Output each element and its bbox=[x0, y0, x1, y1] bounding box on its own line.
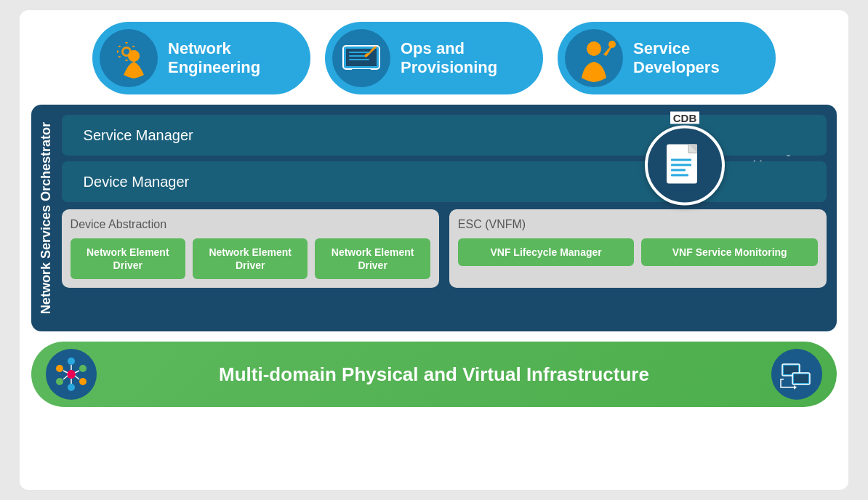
infrastructure-banner: Multi-domain Physical and Virtual Infras… bbox=[31, 342, 837, 407]
service-manager-label: Service Manager bbox=[84, 127, 193, 144]
svg-line-27 bbox=[75, 371, 79, 373]
svg-point-22 bbox=[79, 378, 87, 385]
main-diagram: NetworkEngineering bbox=[20, 10, 848, 490]
ops-provisioning-icon-circle bbox=[332, 29, 390, 87]
svg-rect-6 bbox=[349, 55, 366, 57]
svg-point-19 bbox=[67, 370, 76, 379]
svg-rect-8 bbox=[352, 69, 371, 72]
svg-rect-5 bbox=[349, 52, 371, 53]
dev-icon bbox=[568, 33, 619, 84]
ops-provisioning-pill: Ops andProvisioning bbox=[325, 22, 543, 94]
vnf-lifecycle-box: VNF Lifecycle Manager bbox=[458, 238, 635, 266]
esc-vnfm-items: VNF Lifecycle Manager VNF Service Monito… bbox=[458, 238, 818, 266]
svg-rect-16 bbox=[671, 164, 691, 166]
svg-rect-15 bbox=[671, 159, 691, 161]
service-developers-label: ServiceDevelopers bbox=[633, 39, 720, 78]
ops-icon bbox=[336, 33, 387, 84]
svg-rect-7 bbox=[349, 59, 369, 60]
svg-point-11 bbox=[608, 41, 616, 48]
svg-line-30 bbox=[63, 376, 68, 379]
nso-box: Network Services Orchestrator Service Ma… bbox=[31, 105, 837, 331]
engineering-icon bbox=[103, 33, 154, 84]
device-abstraction-label: Device Abstraction bbox=[71, 218, 430, 231]
svg-point-2 bbox=[128, 50, 140, 62]
service-developers-pill: ServiceDevelopers bbox=[558, 22, 776, 94]
svg-line-28 bbox=[75, 376, 79, 379]
service-developers-icon-circle bbox=[565, 29, 623, 87]
svg-point-25 bbox=[56, 365, 63, 372]
ned-3: Network Element Driver bbox=[315, 238, 430, 279]
infrastructure-label: Multi-domain Physical and Virtual Infras… bbox=[111, 363, 757, 386]
personas-section: NetworkEngineering bbox=[31, 22, 837, 94]
network-nodes-icon bbox=[46, 349, 97, 400]
managers-row: Service Manager Device Manager CDB bbox=[62, 115, 827, 202]
virtual-infra-svg bbox=[776, 354, 817, 395]
device-manager-label: Device Manager bbox=[84, 174, 190, 190]
svg-rect-35 bbox=[794, 374, 808, 383]
virtual-infra-icon bbox=[771, 349, 822, 400]
network-nodes-svg bbox=[51, 354, 92, 395]
network-engineering-pill: NetworkEngineering bbox=[92, 22, 310, 94]
cdb-label: CDB bbox=[670, 112, 700, 124]
network-engineering-label: NetworkEngineering bbox=[168, 39, 260, 78]
svg-rect-18 bbox=[671, 174, 688, 177]
network-engineering-icon-circle bbox=[100, 29, 158, 87]
cdb-circle bbox=[645, 126, 725, 206]
device-abstraction-items: Network Element Driver Network Element D… bbox=[71, 238, 430, 279]
ned-2: Network Element Driver bbox=[193, 238, 308, 279]
svg-rect-17 bbox=[671, 169, 686, 172]
svg-marker-36 bbox=[794, 385, 797, 390]
ned-1: Network Element Driver bbox=[71, 238, 185, 279]
lower-section: Device Abstraction Network Element Drive… bbox=[62, 209, 827, 288]
ops-provisioning-label: Ops andProvisioning bbox=[401, 39, 497, 78]
svg-rect-9 bbox=[347, 72, 375, 74]
svg-point-24 bbox=[56, 378, 63, 385]
nso-vertical-label: Network Services Orchestrator bbox=[31, 115, 62, 321]
svg-line-31 bbox=[63, 371, 68, 373]
svg-point-21 bbox=[79, 365, 87, 372]
vnf-monitoring-box: VNF Service Monitoring bbox=[641, 238, 818, 266]
device-abstraction-box: Device Abstraction Network Element Drive… bbox=[62, 209, 439, 288]
esc-vnfm-label: ESC (VNFM) bbox=[458, 218, 818, 231]
esc-vnfm-box: ESC (VNFM) VNF Lifecycle Manager VNF Ser… bbox=[449, 209, 827, 288]
svg-point-20 bbox=[68, 358, 75, 365]
svg-point-10 bbox=[587, 41, 601, 56]
cdb-document-icon bbox=[664, 140, 706, 191]
nso-content: Service Manager Device Manager CDB bbox=[62, 115, 827, 321]
cdb-section: CDB bbox=[645, 112, 725, 206]
svg-point-23 bbox=[68, 384, 75, 391]
